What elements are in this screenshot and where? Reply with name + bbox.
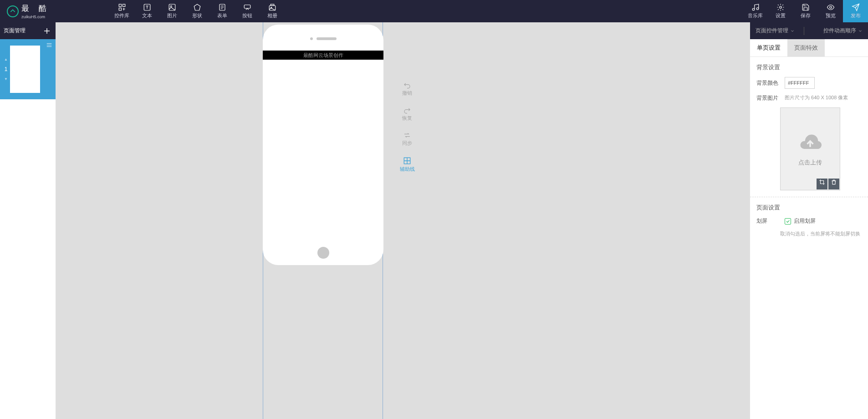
save-button[interactable]: 保存 [793,0,818,22]
svg-point-5 [170,5,172,7]
page-number: 1 [5,66,8,72]
bg-image-upload[interactable]: 点击上传 [780,107,840,190]
page-manager-title: 页面管理 [4,27,26,35]
move-up-icon[interactable]: ▲ [4,57,8,61]
properties-tabs: 单页设置 页面特效 [750,39,868,57]
gallery-button[interactable]: 相册 [260,0,285,22]
main-tools: 控件库 文本 图片 形状 表单 按钮 相册 [109,0,285,22]
svg-rect-1 [123,4,125,6]
right-tools: 音乐库 设置 保存 预览 发布 [743,0,868,22]
svg-marker-6 [194,4,200,10]
svg-rect-0 [119,4,121,6]
phone-speaker [310,37,337,40]
shape-button[interactable]: 形状 [184,0,209,22]
bg-color-label: 背景颜色 [756,79,780,87]
text-button[interactable]: 文本 [134,0,159,22]
swipe-label: 划屏 [756,217,780,225]
tab-page-settings[interactable]: 单页设置 [750,39,787,56]
publish-button[interactable]: 发布 [843,0,868,22]
top-toolbar: 最 酷 zuikuH5.com 控件库 文本 图片 形状 表单 按钮 [0,0,868,22]
widget-lib-button[interactable]: 控件库 [109,0,134,22]
logo-icon [7,5,19,17]
image-button[interactable]: 图片 [159,0,184,22]
swipe-hint: 取消勾选后，当前屏将不能划屏切换 [780,230,862,237]
page-thumbs: ▲ 1 ▼ [0,39,56,99]
swipe-checkbox[interactable]: 启用划屏 [785,217,816,225]
page-item-1[interactable]: ▲ 1 ▼ [0,39,56,99]
svg-point-15 [829,6,832,9]
delete-image-button[interactable] [828,179,839,189]
brand-sub: zuikuH5.com [21,15,50,19]
page-section-title: 页面设置 [756,204,862,212]
properties-body: 背景设置 背景颜色 背景图片 图片尺寸为 640 X 1008 像素 点击上传 … [750,57,868,244]
bg-color-input[interactable] [785,77,815,89]
guides-button[interactable]: 辅助线 [396,157,419,173]
redo-button[interactable]: 恢复 [396,107,419,122]
phone-home-button [317,247,329,259]
check-icon [785,218,791,225]
music-button[interactable]: 音乐库 [743,0,768,22]
svg-rect-8 [244,5,250,9]
brand-name: 最 酷 [21,3,50,14]
settings-button[interactable]: 设置 [768,0,793,22]
add-page-button[interactable] [42,26,52,36]
drag-handle-icon[interactable] [46,42,53,50]
bg-image-hint: 图片尺寸为 640 X 1008 像素 [785,94,848,101]
sync-button[interactable]: 同步 [396,132,419,147]
button-button[interactable]: 按钮 [235,0,260,22]
undo-button[interactable]: 撤销 [396,82,419,97]
bg-image-label: 背景图片 [756,94,780,102]
animation-order-dropdown[interactable]: 控件动画顺序 [818,27,868,35]
canvas[interactable]: 最酷网云场景创作 撤销 恢复 同步 辅助线 [56,22,750,419]
logo[interactable]: 最 酷 zuikuH5.com [0,3,109,19]
phone-titlebar: 最酷网云场景创作 [263,51,383,60]
properties-panel: 页面控件管理 控件动画顺序 单页设置 页面特效 背景设置 背景颜色 背景图片 图… [750,22,868,419]
move-down-icon[interactable]: ▼ [4,77,8,81]
properties-topbar: 页面控件管理 控件动画顺序 [750,22,868,39]
tab-page-effects[interactable]: 页面特效 [787,39,825,56]
svg-rect-10 [271,4,274,5]
svg-point-13 [756,8,759,10]
page-manager-panel: 页面管理 ▲ 1 ▼ [0,22,56,419]
page-thumbnail[interactable] [10,46,40,93]
bg-section-title: 背景设置 [756,63,862,72]
canvas-side-tools: 撤销 恢复 同步 辅助线 [396,82,419,173]
svg-point-12 [752,8,755,10]
form-button[interactable]: 表单 [209,0,235,22]
preview-button[interactable]: 预览 [818,0,843,22]
page-manager-header: 页面管理 [0,22,56,39]
widget-manager-dropdown[interactable]: 页面控件管理 [750,27,800,35]
phone-frame: 最酷网云场景创作 [263,25,383,265]
svg-point-14 [779,6,781,9]
crop-image-button[interactable] [817,179,827,189]
svg-rect-2 [119,8,121,10]
